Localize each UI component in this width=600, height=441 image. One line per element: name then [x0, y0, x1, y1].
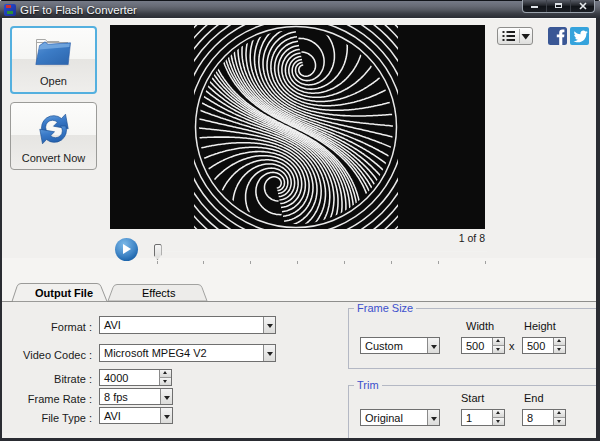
svg-text:Effects: Effects — [142, 287, 176, 299]
svg-text:Output File: Output File — [35, 287, 93, 299]
